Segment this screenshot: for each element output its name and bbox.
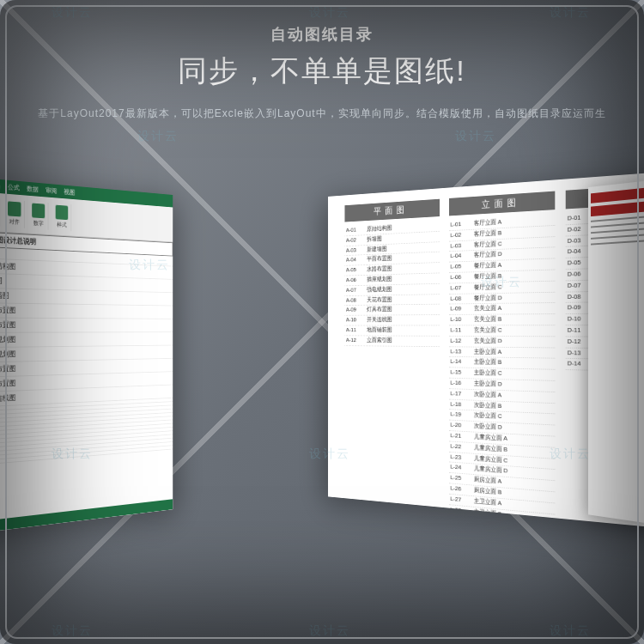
index-row: A-09灯具布置图 [344, 305, 439, 316]
index-row: A-11地面铺装图 [344, 325, 439, 336]
ribbon-group-number[interactable]: 数字 [29, 201, 49, 229]
drawing-name: 餐厅立面 B [474, 270, 554, 283]
drawing-code: L-13 [450, 347, 473, 357]
drawing-code: L-07 [450, 283, 473, 294]
drawing-code: L-23 [450, 452, 473, 463]
headline-block: 自动图纸目录 同步，不单单是图纸! 基于LayOut2017最新版本，可以把Ex… [0, 24, 644, 121]
section-elevation: 立面图 [449, 191, 556, 216]
ribbon-group-style[interactable]: 样式 [52, 203, 71, 231]
drawing-code: L-04 [450, 251, 473, 261]
drawing-name: 开关连线图 [367, 315, 438, 325]
drawing-name: 主卧立面 A [474, 347, 554, 358]
drawing-name: 强电规划图 [367, 284, 438, 295]
perspective-stage: 插入 页面布局 公式 数据 审阅 视图 粘贴 字体 对齐 数字 样式 施工图设计… [0, 163, 644, 575]
index-column: A-01原始结构图A-02拆墙图A-03新建墙图A-04平面布置图A-05水路布… [344, 221, 439, 532]
tab-data[interactable]: 数据 [27, 185, 38, 194]
index-row: L-30主卫立面 D [449, 526, 556, 532]
excel-statusbar: 计数 12 [0, 499, 173, 537]
drawing-code: L-03 [450, 240, 473, 252]
index-row: L-10玄关立面 B [449, 314, 556, 325]
drawing-name: 地面铺装图 [367, 325, 438, 335]
drawing-code: L-10 [450, 315, 473, 325]
headline-small: 自动图纸目录 [0, 24, 644, 45]
tab-formula[interactable]: 公式 [8, 183, 20, 193]
index-row: A-12立面索引图 [344, 336, 439, 347]
drawing-name: 玄关立面 D [474, 337, 554, 347]
drawing-code: L-08 [450, 294, 473, 304]
drawing-code: L-24 [450, 463, 473, 474]
drawing-code: A-12 [346, 336, 367, 345]
drawing-code: L-25 [450, 473, 473, 485]
drawing-code: L-14 [450, 357, 473, 368]
excel-cell[interactable]: 水路布置图 [0, 318, 173, 332]
drawing-code: A-03 [346, 246, 367, 256]
drawing-name: 天花布置图 [367, 295, 438, 305]
index-column: L-01客厅立面 AL-02客厅立面 BL-03客厅立面 CL-04客厅立面 D… [449, 215, 556, 532]
drawing-code: A-09 [346, 306, 367, 315]
drawing-code: L-06 [450, 272, 473, 283]
red-bar [591, 201, 644, 216]
drawing-name: 灯具布置图 [367, 305, 438, 315]
drawing-code: A-04 [346, 255, 367, 265]
index-row: A-10开关连线图 [344, 315, 439, 325]
drawing-code: L-29 [450, 515, 473, 527]
drawing-code: A-01 [346, 225, 367, 235]
drawing-code: A-07 [346, 286, 367, 295]
drawing-code: L-16 [450, 379, 473, 389]
drawing-code: A-08 [346, 295, 367, 305]
drawing-name: 插座规划图 [367, 273, 438, 284]
drawing-code: L-02 [450, 230, 473, 241]
drawing-code: L-19 [450, 410, 473, 421]
drawing-code: L-22 [450, 441, 473, 453]
drawing-code: L-30 [450, 526, 473, 532]
drawing-code: L-12 [450, 337, 473, 347]
excel-cell[interactable]: 平面布置图 [0, 303, 173, 319]
drawing-code: L-15 [450, 368, 473, 378]
drawing-code: A-06 [346, 276, 367, 285]
number-icon [32, 203, 45, 218]
ribbon-group-align[interactable]: 对齐 [4, 199, 24, 228]
style-icon [56, 204, 69, 220]
drawing-code: L-20 [450, 421, 473, 432]
drawing-name: 主卧立面 B [474, 358, 554, 369]
drawing-name: 餐厅立面 D [474, 292, 554, 303]
index-row: L-29主卫立面 C [449, 515, 556, 532]
headline-big: 同步，不单单是图纸! [0, 52, 644, 91]
tab-review[interactable]: 审阅 [46, 185, 57, 195]
drawing-code: A-10 [346, 316, 367, 325]
drawing-name: 玄关立面 C [474, 325, 554, 336]
drawing-code: A-02 [346, 235, 367, 246]
drawing-code: L-18 [450, 399, 473, 410]
index-row: L-11玄关立面 C [449, 325, 556, 337]
drawing-name: 主卫立面 D [474, 528, 554, 532]
section-plan: 平面图 [344, 199, 439, 222]
align-icon [8, 201, 21, 216]
drawing-name: 餐厅立面 C [474, 281, 554, 293]
excel-grid[interactable]: 施工图设计总说明-02-03原始结构图-04拆墙图-05新建墙图-06平面布置图… [0, 229, 173, 467]
drawing-code: L-01 [450, 219, 473, 230]
index-row: L-09玄关立面 A [449, 303, 556, 315]
drawing-code: L-28 [450, 505, 473, 517]
red-bar [591, 187, 644, 203]
drawing-code: L-21 [450, 431, 473, 442]
drawing-code: A-05 [346, 265, 367, 276]
drawing-name: 立面索引图 [367, 336, 438, 346]
excel-window: 插入 页面布局 公式 数据 审阅 视图 粘贴 字体 对齐 数字 样式 施工图设计… [0, 175, 173, 537]
drawing-code: L-17 [450, 389, 473, 399]
headline-desc: 基于LayOut2017最新版本，可以把Excle嵌入到LayOut中，实现单向… [0, 106, 644, 121]
drawing-code: L-11 [450, 325, 473, 336]
red-cover-document [588, 180, 644, 524]
drawing-code: A-11 [346, 325, 367, 335]
tab-view[interactable]: 视图 [64, 187, 75, 197]
drawing-code: L-09 [450, 304, 473, 314]
drawing-name: 玄关立面 B [474, 314, 554, 325]
drawing-name: 主卫立面 C [474, 518, 554, 532]
drawing-code: L-05 [450, 262, 473, 272]
drawing-name: 玄关立面 A [474, 303, 554, 314]
